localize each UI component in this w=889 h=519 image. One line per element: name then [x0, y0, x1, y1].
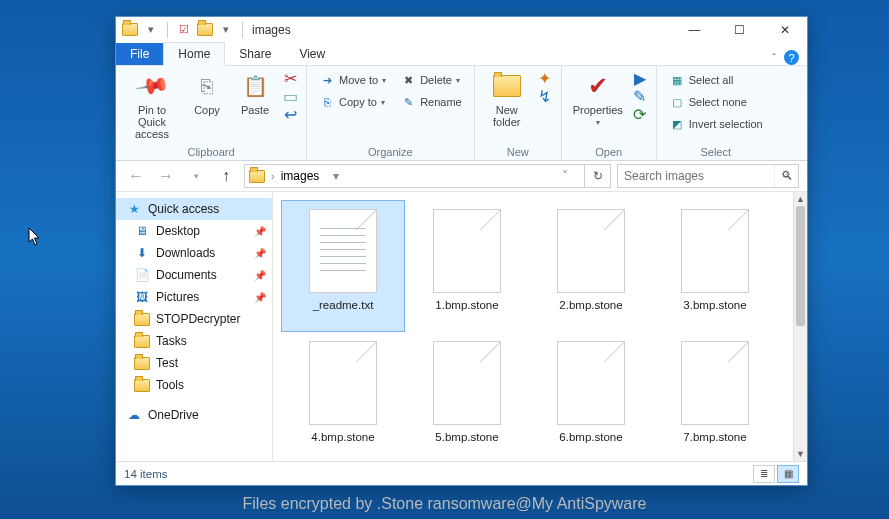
maximize-button[interactable]: ☐ [717, 17, 762, 42]
copy-to-button[interactable]: ⎘Copy to▾ [315, 92, 390, 112]
address-bar[interactable]: › images ▾ ˅ ↻ [244, 164, 611, 188]
breadcrumb-dropdown[interactable]: ▾ [329, 165, 343, 187]
scrollbar[interactable]: ▲ ▼ [793, 192, 807, 461]
move-to-button[interactable]: ➔Move to▾ [315, 70, 390, 90]
file-tile[interactable]: 3.bmp.stone [653, 200, 777, 332]
scroll-down-icon[interactable]: ▼ [794, 447, 807, 461]
navpane-item-downloads[interactable]: ⬇Downloads📌 [116, 242, 272, 264]
file-tile[interactable]: 4.bmp.stone [281, 332, 405, 461]
invert-selection-button[interactable]: ◩Invert selection [665, 114, 767, 134]
search-box[interactable]: 🔍︎ [617, 164, 799, 188]
chevron-down-icon: ▾ [381, 98, 385, 107]
select-none-button[interactable]: ▢Select none [665, 92, 767, 112]
qat-properties-icon[interactable]: ☑ [175, 21, 193, 39]
tab-file[interactable]: File [116, 43, 163, 65]
search-icon[interactable]: 🔍︎ [774, 165, 798, 187]
scroll-thumb[interactable] [796, 206, 805, 326]
view-icons-button[interactable]: ▦ [777, 465, 799, 483]
titlebar[interactable]: ▾ ☑ ▾ images — ☐ ✕ [116, 17, 807, 42]
file-thumb-icon [309, 209, 377, 293]
close-button[interactable]: ✕ [762, 17, 807, 42]
open-icon[interactable]: ▶ [632, 70, 648, 86]
quick-access-label: Quick access [148, 202, 219, 216]
file-thumb-icon [433, 341, 501, 425]
navpane-onedrive[interactable]: ☁ OneDrive [116, 404, 272, 426]
search-input[interactable] [618, 169, 774, 183]
delete-label: Delete [420, 74, 452, 86]
pin-to-quick-access-button[interactable]: 📌 Pin to Quick access [124, 70, 180, 140]
pictures-icon: 🖼 [134, 289, 150, 305]
paste-shortcut-icon[interactable]: ↩ [282, 106, 298, 122]
file-tile[interactable]: 1.bmp.stone [405, 200, 529, 332]
paste-button[interactable]: 📋 Paste [234, 70, 276, 116]
folder-icon [134, 311, 150, 327]
history-icon[interactable]: ⟳ [632, 106, 648, 122]
body: ★ Quick access 🖥Desktop📌⬇Downloads📌📄Docu… [116, 192, 807, 461]
rename-icon: ✎ [400, 94, 416, 110]
easy-access-icon[interactable]: ↯ [537, 88, 553, 104]
file-thumb-icon [557, 209, 625, 293]
navpane-item-test[interactable]: Test [116, 352, 272, 374]
delete-button[interactable]: ✖Delete▾ [396, 70, 466, 90]
invert-label: Invert selection [689, 118, 763, 130]
edit-icon[interactable]: ✎ [632, 88, 648, 104]
navpane-item-documents[interactable]: 📄Documents📌 [116, 264, 272, 286]
copy-button[interactable]: ⎘ Copy [186, 70, 228, 116]
select-all-button[interactable]: ▦Select all [665, 70, 767, 90]
new-folder-icon [491, 70, 523, 102]
file-tile[interactable]: _readme.txt [281, 200, 405, 332]
navpane-item-pictures[interactable]: 🖼Pictures📌 [116, 286, 272, 308]
up-button[interactable]: ↑ [214, 164, 238, 188]
navpane-item-desktop[interactable]: 🖥Desktop📌 [116, 220, 272, 242]
qat-overflow[interactable]: ▾ [217, 21, 235, 39]
tab-view[interactable]: View [285, 43, 339, 65]
qat-dropdown[interactable]: ▾ [142, 21, 160, 39]
copy-path-icon[interactable]: ▭ [282, 88, 298, 104]
navpane-quick-access[interactable]: ★ Quick access [116, 198, 272, 220]
back-button[interactable]: ← [124, 164, 148, 188]
tab-home[interactable]: Home [163, 42, 225, 66]
qat-newfolder-icon[interactable] [197, 22, 213, 38]
file-grid[interactable]: _readme.txt1.bmp.stone2.bmp.stone3.bmp.s… [273, 192, 793, 461]
file-tile[interactable]: 5.bmp.stone [405, 332, 529, 461]
new-folder-button[interactable]: New folder [483, 70, 531, 128]
navpane-item-tasks[interactable]: Tasks [116, 330, 272, 352]
new-item-icon[interactable]: ✦ [537, 70, 553, 86]
refresh-button[interactable]: ↻ [584, 165, 610, 187]
onedrive-label: OneDrive [148, 408, 199, 422]
onedrive-icon: ☁ [126, 407, 142, 423]
image-caption: Files encrypted by .Stone ransomware@My … [0, 495, 889, 513]
rename-button[interactable]: ✎Rename [396, 92, 466, 112]
move-to-label: Move to [339, 74, 378, 86]
navigation-pane[interactable]: ★ Quick access 🖥Desktop📌⬇Downloads📌📄Docu… [116, 192, 273, 461]
file-thumb-icon [681, 341, 749, 425]
pin-icon: 📌 [254, 226, 266, 237]
pin-icon: 📌 [254, 270, 266, 281]
window-title: images [252, 23, 291, 37]
navpane-item-stopdecrypter[interactable]: STOPDecrypter [116, 308, 272, 330]
breadcrumb-chevron-icon[interactable]: › [271, 170, 275, 182]
file-tile[interactable]: 7.bmp.stone [653, 332, 777, 461]
breadcrumb-segment[interactable]: images [281, 169, 320, 183]
content-area[interactable]: _readme.txt1.bmp.stone2.bmp.stone3.bmp.s… [273, 192, 807, 461]
file-tile[interactable]: 6.bmp.stone [529, 332, 653, 461]
recent-locations-button[interactable]: ▾ [184, 164, 208, 188]
view-details-button[interactable]: ≣ [753, 465, 775, 483]
forward-button[interactable]: → [154, 164, 178, 188]
help-icon[interactable]: ? [784, 50, 799, 65]
file-name: 5.bmp.stone [435, 431, 498, 443]
ribbon-collapse-icon[interactable]: ˆ [772, 52, 776, 64]
tab-share[interactable]: Share [225, 43, 285, 65]
scroll-up-icon[interactable]: ▲ [794, 192, 807, 206]
select-all-icon: ▦ [669, 72, 685, 88]
properties-button[interactable]: ✔ Properties ▾ [570, 70, 626, 127]
file-tile[interactable]: 2.bmp.stone [529, 200, 653, 332]
navpane-item-label: STOPDecrypter [156, 312, 240, 326]
cut-icon[interactable]: ✂ [282, 70, 298, 86]
properties-icon: ✔ [582, 70, 614, 102]
navpane-item-tools[interactable]: Tools [116, 374, 272, 396]
address-dropdown[interactable]: ˅ [552, 165, 578, 187]
folder-icon [134, 377, 150, 393]
minimize-button[interactable]: — [672, 17, 717, 42]
move-to-icon: ➔ [319, 72, 335, 88]
